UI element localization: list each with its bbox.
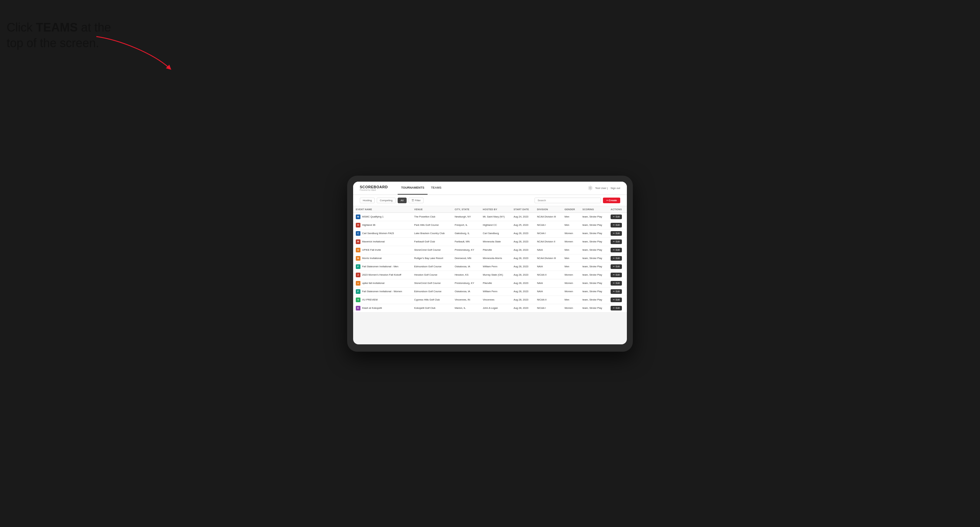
cell-venue: Cypress Hills Golf Club	[412, 295, 452, 304]
table-row: K Klash at Kokopelli Kokopelli Golf Club…	[353, 304, 627, 312]
event-name-text: Klash at Kokopelli	[362, 306, 382, 310]
edit-button[interactable]: ✏ Edit	[611, 240, 622, 244]
search-input[interactable]	[535, 198, 601, 203]
cell-date: Aug 24, 2023	[511, 213, 535, 221]
cell-scoring: team, Stroke Play	[580, 287, 608, 295]
cell-gender: Women	[562, 229, 580, 237]
hosting-button[interactable]: Hosting	[360, 198, 375, 203]
edit-button[interactable]: ✏ Edit	[611, 273, 622, 277]
table-row: M Maverick Invitational Faribault Golf C…	[353, 237, 627, 246]
cell-hosted-by: Pikeville	[480, 279, 511, 287]
settings-icon[interactable]	[588, 186, 593, 190]
cell-scoring: team, Stroke Play	[580, 262, 608, 271]
table-row: U UPIKE Fall Invite StoneCrest Golf Cour…	[353, 246, 627, 254]
cell-venue: Faribault Golf Club	[412, 237, 452, 246]
pencil-icon: ✏	[613, 298, 615, 301]
table-row: u upike fall invitational StoneCrest Gol…	[353, 279, 627, 287]
table-row: C Carl Sandburg Women FA23 Lake Bracken …	[353, 229, 627, 237]
col-venue: VENUE	[412, 206, 452, 213]
cell-division: NICAA II	[534, 271, 562, 279]
table-row: F Fall Statesmen Invitational - Women Ed…	[353, 287, 627, 295]
cell-division: NCAA Division III	[534, 254, 562, 262]
event-name-text: 2023 Women's Hesston Fall Kickoff	[362, 273, 401, 276]
all-button[interactable]: All	[398, 198, 407, 203]
cell-division: NCAA Division II	[534, 237, 562, 246]
cell-actions: ✏ Edit	[608, 246, 627, 254]
event-name-text: VU PREVIEW	[362, 298, 378, 301]
nav-teams[interactable]: TEAMS	[428, 182, 445, 195]
cell-hosted-by: Minnesota-Morris	[480, 254, 511, 262]
cell-venue: Edmundson Golf Course	[412, 262, 452, 271]
edit-button[interactable]: ✏ Edit	[611, 289, 622, 294]
tournament-table: EVENT NAME VENUE CITY, STATE HOSTED BY S…	[353, 206, 627, 313]
cell-gender: Women	[562, 279, 580, 287]
cell-date: Aug 25, 2023	[511, 221, 535, 229]
edit-button[interactable]: ✏ Edit	[611, 298, 622, 302]
edit-button[interactable]: ✏ Edit	[611, 231, 622, 236]
cell-date: Aug 28, 2023	[511, 254, 535, 262]
pencil-icon: ✏	[613, 307, 615, 310]
edit-button[interactable]: ✏ Edit	[611, 256, 622, 261]
pencil-icon: ✏	[613, 232, 615, 235]
pencil-icon: ✏	[613, 290, 615, 293]
cell-venue: StoneCrest Golf Course	[412, 246, 452, 254]
cell-event-name: H Highland 36	[353, 221, 412, 229]
cell-actions: ✏ Edit	[608, 213, 627, 221]
cell-hosted-by: Minnesota State	[480, 237, 511, 246]
cell-actions: ✏ Edit	[608, 221, 627, 229]
event-name-text: Maverick Invitational	[362, 240, 385, 243]
cell-actions: ✏ Edit	[608, 295, 627, 304]
cell-event-name: V VU PREVIEW	[353, 295, 412, 304]
cell-hosted-by: Carl Sandburg	[480, 229, 511, 237]
cell-event-name: 2 2023 Women's Hesston Fall Kickoff	[353, 271, 412, 279]
cell-division: NICAA I	[534, 229, 562, 237]
nav-tournaments[interactable]: TOURNAMENTS	[398, 182, 428, 195]
cell-division: NAIA	[534, 262, 562, 271]
edit-button[interactable]: ✏ Edit	[611, 248, 622, 252]
cell-city: Prestonsburg, KY	[452, 246, 480, 254]
cell-division: NAIA	[534, 287, 562, 295]
cell-venue: Park Hills Golf Course	[412, 221, 452, 229]
edit-label: Edit	[616, 307, 620, 309]
cell-date: Aug 28, 2023	[511, 246, 535, 254]
cell-scoring: team, Stroke Play	[580, 213, 608, 221]
cell-division: NICAA I	[534, 304, 562, 312]
cell-hosted-by: Mt. Saint Mary (NY)	[480, 213, 511, 221]
edit-label: Edit	[616, 298, 620, 301]
cell-event-name: U UPIKE Fall Invite	[353, 246, 412, 254]
team-logo: M	[356, 240, 360, 244]
edit-button[interactable]: ✏ Edit	[611, 264, 622, 269]
cell-scoring: team, Stroke Play	[580, 229, 608, 237]
svg-point-1	[589, 187, 591, 189]
col-event-name: EVENT NAME	[353, 206, 412, 213]
cell-event-name: M Maverick Invitational	[353, 237, 412, 246]
cell-date: Aug 28, 2023	[511, 304, 535, 312]
cell-event-name: K Klash at Kokopelli	[353, 304, 412, 312]
competing-button[interactable]: Competing	[377, 198, 396, 203]
cell-venue: StoneCrest Golf Course	[412, 279, 452, 287]
event-name-text: Fall Statesmen Invitational - Men	[362, 265, 398, 268]
event-name-text: MSMC Qualifying 1	[362, 215, 384, 218]
cell-event-name: M MSMC Qualifying 1	[353, 213, 412, 221]
cell-event-name: u upike fall invitational	[353, 279, 412, 287]
cell-division: NAIA	[534, 246, 562, 254]
cell-division: NICAA II	[534, 295, 562, 304]
cell-division: NCAA Division III	[534, 213, 562, 221]
filter-button[interactable]: ☰ Filter	[409, 198, 424, 203]
cell-venue: Hesston Golf Course	[412, 271, 452, 279]
edit-button[interactable]: ✏ Edit	[611, 223, 622, 227]
edit-button[interactable]: ✏ Edit	[611, 214, 622, 219]
cell-city: Newburgh, NY	[452, 213, 480, 221]
create-button[interactable]: + Create	[603, 198, 620, 203]
navbar: SCOREBOARD Powered by clippit TOURNAMENT…	[353, 182, 627, 195]
cell-actions: ✏ Edit	[608, 254, 627, 262]
nav-signout[interactable]: Sign out	[611, 187, 620, 190]
logo-subtitle: Powered by clippit	[360, 189, 388, 191]
edit-button[interactable]: ✏ Edit	[611, 281, 622, 286]
cell-event-name: M Morris Invitational	[353, 254, 412, 262]
table-row: H Highland 36 Park Hills Golf Course Fre…	[353, 221, 627, 229]
edit-button[interactable]: ✏ Edit	[611, 306, 622, 311]
pencil-icon: ✏	[613, 249, 615, 251]
cell-date: Aug 28, 2023	[511, 279, 535, 287]
edit-label: Edit	[616, 257, 620, 259]
